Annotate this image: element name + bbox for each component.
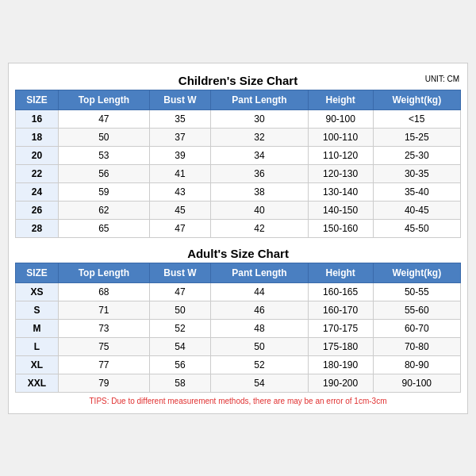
- size-chart-container: Children's Size Chart UNIT: CM SIZE Top …: [8, 63, 468, 414]
- data-cell: 48: [211, 319, 308, 337]
- adult-size-table: SIZE Top Length Bust W Pant Length Heigh…: [15, 263, 461, 393]
- data-cell: 77: [59, 355, 150, 374]
- size-cell: 24: [16, 182, 59, 201]
- data-cell: 45: [149, 201, 211, 219]
- data-cell: 80-90: [373, 355, 460, 374]
- tips-text: TIPS: Due to different measurement metho…: [15, 393, 461, 407]
- col-header-top-length: Top Length: [59, 90, 150, 109]
- data-cell: 62: [59, 201, 150, 219]
- table-row: 24594338130-14035-40: [16, 182, 461, 201]
- adult-col-header-size: SIZE: [16, 263, 59, 282]
- data-cell: 50-55: [373, 282, 460, 301]
- table-row: S715046160-17055-60: [16, 301, 461, 319]
- data-cell: 170-175: [308, 319, 373, 337]
- adult-col-header-height: Height: [308, 263, 373, 282]
- data-cell: 79: [59, 374, 150, 392]
- data-cell: 41: [149, 164, 211, 182]
- table-row: XS684744160-16550-55: [16, 282, 461, 301]
- data-cell: 30-35: [373, 164, 460, 182]
- data-cell: 52: [211, 355, 308, 374]
- data-cell: 40: [211, 201, 308, 219]
- size-cell: XL: [16, 355, 59, 374]
- table-row: M735248170-17560-70: [16, 319, 461, 337]
- data-cell: 30: [211, 109, 308, 128]
- data-cell: 35: [149, 109, 211, 128]
- data-cell: 15-25: [373, 128, 460, 146]
- data-cell: 58: [149, 374, 211, 392]
- data-cell: 90-100: [308, 109, 373, 128]
- data-cell: 130-140: [308, 182, 373, 201]
- data-cell: 40-45: [373, 201, 460, 219]
- data-cell: 37: [149, 128, 211, 146]
- data-cell: 180-190: [308, 355, 373, 374]
- children-title-text: Children's Size Chart: [178, 74, 298, 87]
- data-cell: 50: [149, 301, 211, 319]
- data-cell: 50: [59, 128, 150, 146]
- data-cell: 190-200: [308, 374, 373, 392]
- data-cell: 56: [59, 164, 150, 182]
- data-cell: 44: [211, 282, 308, 301]
- unit-label: UNIT: CM: [425, 75, 459, 83]
- data-cell: 75: [59, 337, 150, 355]
- size-cell: 28: [16, 219, 59, 237]
- col-header-size: SIZE: [16, 90, 59, 109]
- data-cell: 73: [59, 319, 150, 337]
- table-row: 18503732100-11015-25: [16, 128, 461, 146]
- data-cell: 68: [59, 282, 150, 301]
- data-cell: 59: [59, 182, 150, 201]
- adult-col-header-pant-length: Pant Length: [211, 263, 308, 282]
- table-row: 22564136120-13030-35: [16, 164, 461, 182]
- adult-col-header-weight: Weight(kg): [373, 263, 460, 282]
- adult-col-header-top-length: Top Length: [59, 263, 150, 282]
- col-header-height: Height: [308, 90, 373, 109]
- data-cell: 36: [211, 164, 308, 182]
- size-cell: L: [16, 337, 59, 355]
- size-cell: XS: [16, 282, 59, 301]
- size-cell: 20: [16, 146, 59, 164]
- data-cell: 34: [211, 146, 308, 164]
- data-cell: 50: [211, 337, 308, 355]
- data-cell: 32: [211, 128, 308, 146]
- table-row: 26624540140-15040-45: [16, 201, 461, 219]
- data-cell: 56: [149, 355, 211, 374]
- data-cell: 47: [59, 109, 150, 128]
- adult-col-header-bust-w: Bust W: [149, 263, 211, 282]
- col-header-weight: Weight(kg): [373, 90, 460, 109]
- data-cell: 47: [149, 282, 211, 301]
- data-cell: 39: [149, 146, 211, 164]
- data-cell: 70-80: [373, 337, 460, 355]
- size-cell: M: [16, 319, 59, 337]
- data-cell: 90-100: [373, 374, 460, 392]
- table-row: 20533934110-12025-30: [16, 146, 461, 164]
- children-size-table: SIZE Top Length Bust W Pant Length Heigh…: [15, 90, 461, 238]
- table-row: 1647353090-100<15: [16, 109, 461, 128]
- col-header-pant-length: Pant Length: [211, 90, 308, 109]
- data-cell: 150-160: [308, 219, 373, 237]
- data-cell: 71: [59, 301, 150, 319]
- data-cell: 54: [149, 337, 211, 355]
- data-cell: 43: [149, 182, 211, 201]
- data-cell: <15: [373, 109, 460, 128]
- data-cell: 175-180: [308, 337, 373, 355]
- size-cell: 18: [16, 128, 59, 146]
- adult-section-title: Adult's Size Chart: [15, 243, 461, 263]
- data-cell: 45-50: [373, 219, 460, 237]
- table-row: XXL795854190-20090-100: [16, 374, 461, 392]
- data-cell: 160-165: [308, 282, 373, 301]
- data-cell: 46: [211, 301, 308, 319]
- data-cell: 120-130: [308, 164, 373, 182]
- table-row: 28654742150-16045-50: [16, 219, 461, 237]
- children-section-title: Children's Size Chart UNIT: CM: [15, 70, 461, 90]
- size-cell: S: [16, 301, 59, 319]
- data-cell: 140-150: [308, 201, 373, 219]
- size-cell: XXL: [16, 374, 59, 392]
- data-cell: 65: [59, 219, 150, 237]
- data-cell: 42: [211, 219, 308, 237]
- data-cell: 35-40: [373, 182, 460, 201]
- adult-title-text: Adult's Size Chart: [187, 247, 289, 260]
- adult-header-row: SIZE Top Length Bust W Pant Length Heigh…: [16, 263, 461, 282]
- data-cell: 47: [149, 219, 211, 237]
- size-cell: 22: [16, 164, 59, 182]
- data-cell: 52: [149, 319, 211, 337]
- data-cell: 160-170: [308, 301, 373, 319]
